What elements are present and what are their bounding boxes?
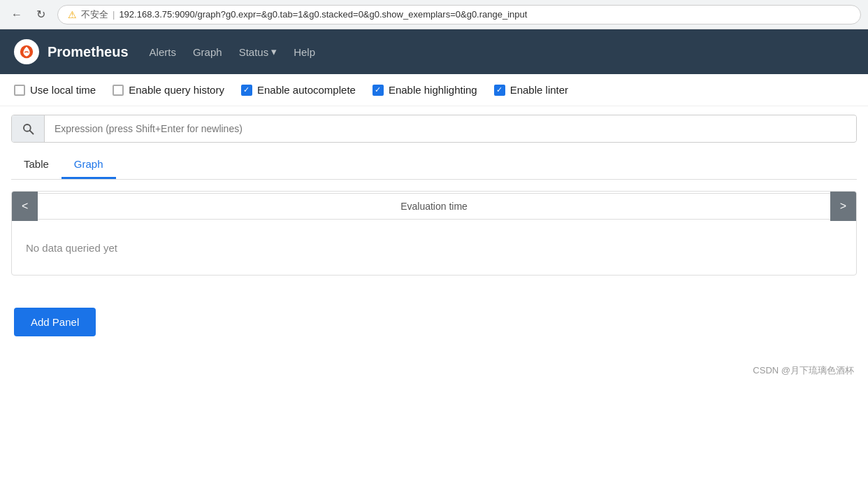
eval-prev-button[interactable]: < — [12, 192, 38, 221]
option-enable-query-history[interactable]: Enable query history — [113, 84, 224, 96]
security-warning-icon: ⚠ — [68, 9, 77, 20]
enable-highlighting-label: Enable highlighting — [389, 84, 477, 96]
nav-alerts[interactable]: Alerts — [150, 43, 176, 61]
brand: Prometheus — [14, 39, 129, 64]
use-local-time-label: Use local time — [30, 84, 96, 96]
enable-query-history-checkbox[interactable] — [113, 85, 124, 96]
tab-graph[interactable]: Graph — [62, 151, 116, 179]
nav-status[interactable]: Status ▾ — [239, 43, 277, 61]
back-button[interactable]: ← — [7, 5, 27, 24]
browser-bar: ← ↻ ⚠ 不安全 | 192.168.3.75:9090/graph?g0.e… — [0, 0, 868, 29]
add-panel-button[interactable]: Add Panel — [14, 308, 96, 336]
enable-linter-checkbox[interactable]: ✓ — [494, 85, 505, 96]
security-label: 不安全 — [81, 8, 108, 21]
no-data-message: No data queried yet — [12, 221, 856, 275]
enable-autocomplete-checkbox[interactable]: ✓ — [241, 85, 252, 96]
refresh-button[interactable]: ↻ — [31, 5, 50, 24]
options-bar: Use local time Enable query history ✓ En… — [0, 74, 868, 106]
footer: CSDN @月下琉璃色酒杯 — [0, 357, 868, 384]
use-local-time-checkbox[interactable] — [14, 85, 25, 96]
option-enable-linter[interactable]: ✓ Enable linter — [494, 84, 568, 96]
nav-help[interactable]: Help — [294, 43, 315, 61]
nav-graph[interactable]: Graph — [193, 43, 222, 61]
tab-table[interactable]: Table — [11, 151, 62, 179]
enable-linter-label: Enable linter — [510, 84, 568, 96]
eval-time-display: Evaluation time — [38, 193, 830, 220]
status-dropdown-icon: ▾ — [271, 45, 277, 58]
brand-icon — [14, 39, 39, 64]
address-text: 192.168.3.75:9090/graph?g0.expr=&g0.tab=… — [119, 9, 527, 20]
navbar: Prometheus Alerts Graph Status ▾ Help — [0, 29, 868, 74]
footer-text: CSDN @月下琉璃色酒杯 — [753, 365, 854, 376]
search-icon-box — [12, 115, 45, 142]
address-bar[interactable]: ⚠ 不安全 | 192.168.3.75:9090/graph?g0.expr=… — [57, 5, 861, 24]
add-panel-section: Add Panel — [0, 287, 868, 357]
svg-line-2 — [30, 131, 34, 134]
option-use-local-time[interactable]: Use local time — [14, 84, 96, 96]
enable-highlighting-checkbox[interactable]: ✓ — [372, 85, 384, 96]
search-bar — [11, 115, 857, 143]
browser-nav: ← ↻ — [7, 5, 50, 24]
eval-time-row: < Evaluation time > — [12, 192, 856, 221]
eval-next-button[interactable]: > — [830, 192, 856, 221]
enable-query-history-label: Enable query history — [129, 84, 224, 96]
brand-name: Prometheus — [48, 44, 129, 60]
option-enable-autocomplete[interactable]: ✓ Enable autocomplete — [241, 84, 356, 96]
panel-content: < Evaluation time > No data queried yet — [11, 191, 857, 276]
tabs-container: Table Graph — [11, 151, 857, 180]
option-enable-highlighting[interactable]: ✓ Enable highlighting — [372, 84, 477, 96]
search-icon — [22, 122, 34, 135]
nav-links: Alerts Graph Status ▾ Help — [150, 43, 315, 61]
expression-input[interactable] — [45, 116, 856, 141]
enable-autocomplete-label: Enable autocomplete — [257, 84, 356, 96]
